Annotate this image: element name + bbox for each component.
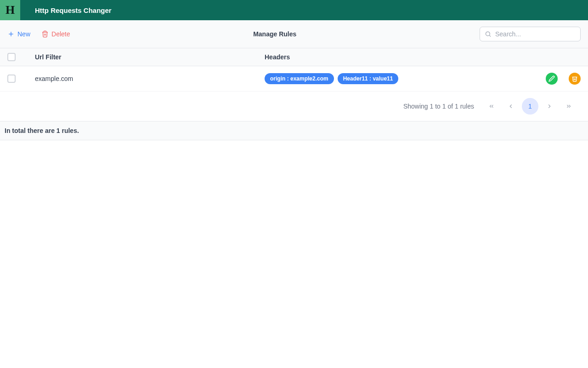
- new-button[interactable]: New: [7, 30, 30, 38]
- row-url: example.com: [35, 75, 265, 82]
- svg-line-3: [489, 35, 491, 37]
- table-row: example.com origin : example2.com Header…: [0, 66, 588, 92]
- search-icon: [485, 30, 492, 38]
- pencil-icon: [548, 75, 555, 82]
- edit-button[interactable]: [546, 73, 558, 85]
- footer-summary: In total there are 1 rules.: [0, 121, 588, 140]
- toolbar: New Delete Manage Rules: [0, 20, 588, 48]
- table-header-row: Url Filter Headers: [0, 48, 588, 66]
- app-header: H Http Requests Changer: [0, 0, 588, 20]
- pagination-summary: Showing 1 to 1 of 1 rules: [403, 103, 474, 110]
- page-number-button[interactable]: 1: [522, 98, 538, 115]
- header-tag: origin : example2.com: [265, 73, 334, 84]
- app-title: Http Requests Changer: [35, 6, 112, 14]
- rules-table: Url Filter Headers example.com origin : …: [0, 48, 588, 92]
- delete-row-button[interactable]: [569, 73, 581, 85]
- row-checkbox[interactable]: [7, 75, 16, 83]
- col-header-url: Url Filter: [35, 53, 265, 61]
- page-prev-button[interactable]: [503, 98, 519, 115]
- chevron-right-icon: [546, 103, 553, 109]
- plus-icon: [7, 30, 15, 38]
- search-field[interactable]: [480, 27, 581, 41]
- svg-point-2: [486, 32, 490, 36]
- col-header-headers: Headers: [265, 53, 526, 61]
- page-first-button[interactable]: [483, 98, 500, 115]
- delete-button-label: Delete: [51, 30, 70, 38]
- page-next-button[interactable]: [541, 98, 558, 115]
- search-input[interactable]: [495, 30, 576, 38]
- trash-icon: [41, 30, 49, 38]
- select-all-checkbox[interactable]: [7, 53, 16, 61]
- chevrons-left-icon: [488, 103, 495, 109]
- header-tag: Header11 : value11: [338, 73, 399, 84]
- pagination: Showing 1 to 1 of 1 rules 1: [0, 92, 588, 121]
- delete-button[interactable]: Delete: [41, 30, 70, 38]
- chevron-left-icon: [508, 103, 514, 109]
- page-last-button[interactable]: [560, 98, 577, 115]
- new-button-label: New: [17, 30, 30, 38]
- chevrons-right-icon: [565, 103, 572, 109]
- page-title: Manage Rules: [70, 30, 480, 38]
- trash-icon: [571, 75, 578, 82]
- app-logo: H: [0, 0, 20, 20]
